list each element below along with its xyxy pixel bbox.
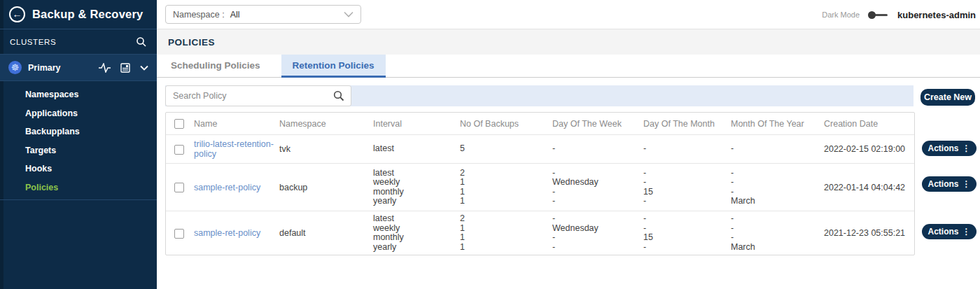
- cluster-chevron-down-icon[interactable]: [140, 65, 148, 71]
- cell-namespace: tvk: [279, 144, 373, 154]
- cell-no-of-backups: 5: [460, 144, 552, 154]
- namespace-select[interactable]: Namespace : All: [165, 5, 361, 24]
- actions-button-label: Actions: [927, 227, 958, 237]
- cell-namespace: default: [279, 228, 373, 238]
- search-input[interactable]: [165, 85, 351, 106]
- topbar: Namespace : All Dark Mode kubernetes-adm…: [157, 0, 980, 29]
- actions-button[interactable]: Actions ⋮: [922, 224, 976, 239]
- report-icon[interactable]: [120, 63, 130, 73]
- select-all-checkbox[interactable]: [174, 119, 184, 129]
- row-checkbox[interactable]: [174, 145, 184, 155]
- namespace-chevron-down-icon: [344, 11, 354, 17]
- sidebar-nav: Namespaces Applications Backupplans Targ…: [0, 85, 157, 197]
- sidebar-item-hooks[interactable]: Hooks: [0, 160, 157, 178]
- policy-name-link[interactable]: sample-ret-policy: [194, 228, 279, 238]
- col-header-day-of-week: Day Of The Week: [552, 119, 643, 129]
- kebab-menu-icon: ⋮: [962, 179, 971, 189]
- sidebar-item-backupplans[interactable]: Backupplans: [0, 122, 157, 141]
- cell-day-of-week: - Wednesday - -: [552, 214, 643, 252]
- kebab-menu-icon: ⋮: [962, 143, 971, 153]
- main-area: Namespace : All Dark Mode kubernetes-adm…: [157, 0, 980, 289]
- cell-day-of-week: -: [552, 144, 643, 154]
- sidebar-divider: [0, 199, 157, 200]
- clusters-label: CLUSTERS: [10, 38, 136, 46]
- tab-scheduling-policies[interactable]: Scheduling Policies: [160, 55, 272, 78]
- sidebar: ← Backup & Recovery CLUSTERS ☸ Primary: [0, 0, 157, 289]
- row-checkbox[interactable]: [174, 183, 184, 192]
- policies-table: Name Namespace Interval No Of Backups Da…: [165, 112, 915, 255]
- toggle-knob: [868, 11, 876, 19]
- app-title: Backup & Recovery: [32, 8, 143, 21]
- sidebar-item-applications[interactable]: Applications: [0, 104, 157, 123]
- row-checkbox[interactable]: [174, 229, 184, 239]
- page-title-band: POLICIES: [157, 29, 980, 55]
- cell-creation-date: 2021-12-23 05:55:21: [824, 228, 914, 238]
- dark-mode-label: Dark Mode: [822, 10, 860, 19]
- col-header-creation-date: Creation Date: [824, 119, 914, 129]
- namespace-select-label: Namespace :: [173, 10, 225, 20]
- sidebar-item-namespaces[interactable]: Namespaces: [0, 85, 157, 104]
- cell-day-of-month: - - 15 -: [643, 214, 731, 252]
- cell-interval: latest weekly monthly yearly: [373, 214, 460, 252]
- cluster-search-icon[interactable]: [136, 36, 147, 48]
- cell-month-of-year: - - - March: [731, 214, 824, 252]
- backup-recovery-app: ← Backup & Recovery CLUSTERS ☸ Primary: [0, 0, 980, 289]
- actions-button[interactable]: Actions ⋮: [922, 141, 976, 156]
- search-wrap: [165, 85, 351, 106]
- col-header-backups: No Of Backups: [460, 119, 552, 129]
- cell-interval: latest: [373, 144, 460, 154]
- cell-day-of-month: - - 15 -: [643, 169, 731, 206]
- cluster-row-primary[interactable]: ☸ Primary: [0, 55, 157, 81]
- cell-day-of-week: - Wednesday - -: [552, 169, 643, 206]
- create-new-button[interactable]: Create New: [920, 89, 975, 106]
- table-header-row: Name Namespace Interval No Of Backups Da…: [166, 113, 914, 134]
- col-header-month-of-year: Month Of The Year: [731, 119, 824, 129]
- actions-button[interactable]: Actions ⋮: [922, 176, 976, 192]
- cell-month-of-year: - - - March: [731, 169, 824, 206]
- cell-namespace: backup: [279, 183, 373, 192]
- search-band: [165, 85, 913, 106]
- cell-no-of-backups: 2 1 1 1: [460, 169, 552, 206]
- cell-creation-date: 2022-02-15 02:19:00: [824, 144, 914, 154]
- activity-icon[interactable]: [99, 63, 111, 73]
- back-icon[interactable]: ←: [9, 6, 25, 22]
- actions-button-label: Actions: [927, 179, 958, 189]
- tabs-row: Scheduling Policies Retention Policies: [157, 55, 980, 78]
- cell-no-of-backups: 2 1 1 1: [460, 214, 552, 252]
- col-header-interval: Interval: [373, 119, 460, 129]
- tab-retention-policies[interactable]: Retention Policies: [281, 55, 386, 78]
- col-header-namespace: Namespace: [279, 119, 373, 129]
- cell-creation-date: 2022-01-14 04:04:42: [824, 183, 914, 192]
- policy-name-link[interactable]: trilio-latest-retention-policy: [194, 139, 279, 159]
- cell-month-of-year: -: [731, 144, 824, 154]
- user-name: kubernetes-admin: [897, 10, 976, 20]
- table-row: sample-ret-policy backup latest weekly m…: [166, 163, 914, 211]
- page-title: POLICIES: [168, 37, 215, 48]
- col-header-day-of-month: Day Of The Month: [643, 119, 731, 129]
- sidebar-item-policies[interactable]: Policies: [0, 178, 157, 197]
- actions-button-label: Actions: [927, 143, 958, 153]
- sidebar-item-targets[interactable]: Targets: [0, 141, 157, 160]
- sidebar-header: ← Backup & Recovery: [0, 0, 157, 29]
- table-row: trilio-latest-retention-policy tvk lates…: [166, 134, 914, 163]
- namespace-select-value: All: [230, 10, 344, 20]
- kebab-menu-icon: ⋮: [962, 227, 971, 237]
- search-icon[interactable]: [333, 90, 344, 101]
- col-header-name: Name: [194, 119, 279, 129]
- policy-name-link[interactable]: sample-ret-policy: [194, 183, 279, 192]
- kubernetes-icon: ☸: [8, 61, 22, 74]
- cluster-name: Primary: [28, 63, 99, 73]
- topbar-right: Dark Mode kubernetes-admin: [822, 0, 976, 29]
- dark-mode-toggle[interactable]: [868, 10, 889, 19]
- clusters-section-header: CLUSTERS: [0, 29, 157, 55]
- cell-interval: latest weekly monthly yearly: [373, 169, 460, 206]
- table-row: sample-ret-policy default latest weekly …: [166, 211, 914, 255]
- cell-day-of-month: -: [643, 144, 731, 154]
